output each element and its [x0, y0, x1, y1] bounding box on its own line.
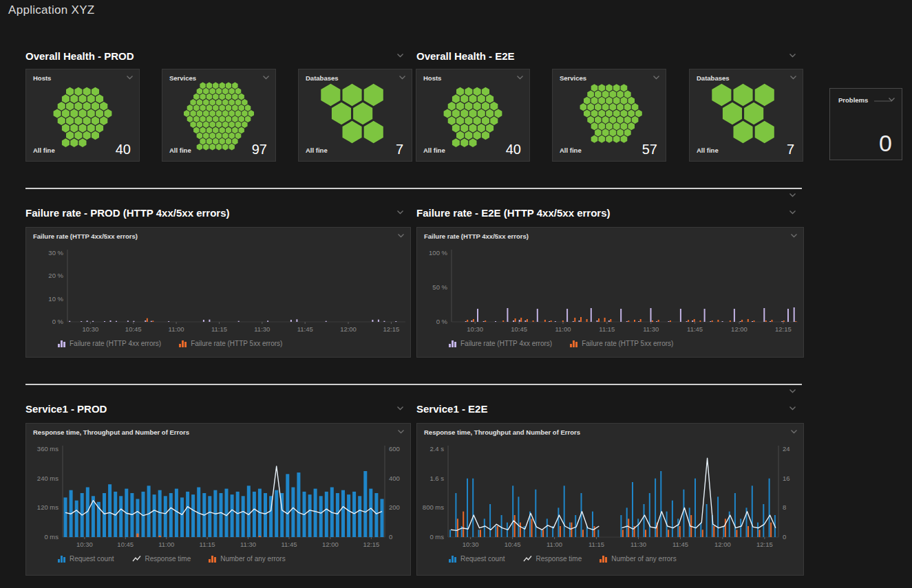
svg-text:11:30: 11:30 — [240, 541, 256, 548]
line-chart-icon — [132, 555, 142, 563]
legend-item[interactable]: Failure rate (HTTP 5xx errors) — [570, 340, 673, 347]
chart-legend: Request countResponse timeNumber of any … — [58, 555, 286, 563]
chart-legend: Failure rate (HTTP 4xx errors)Failure ra… — [58, 340, 282, 347]
svg-text:16: 16 — [783, 475, 790, 482]
svg-text:1.6 s: 1.6 s — [430, 475, 444, 482]
svg-text:10:30: 10:30 — [467, 325, 483, 333]
svg-text:24: 24 — [783, 445, 790, 453]
tile-hosts-prod[interactable]: Hosts All fine 40 — [25, 69, 140, 162]
svg-text:0 ms: 0 ms — [44, 533, 59, 541]
failure-rate-e2e-tile[interactable]: Failure rate (HTTP 4xx/5xx errors) 100 %… — [416, 227, 804, 358]
svg-text:11:00: 11:00 — [555, 325, 571, 333]
svg-text:11:00: 11:00 — [169, 325, 184, 333]
svg-text:100 %: 100 % — [429, 249, 447, 257]
svg-text:11:45: 11:45 — [297, 325, 313, 333]
status-label: All fine — [306, 146, 328, 154]
status-label: All fine — [560, 146, 582, 154]
legend-item[interactable]: Failure rate (HTTP 5xx errors) — [179, 340, 282, 347]
svg-text:0 %: 0 % — [436, 318, 448, 325]
chevron-down-icon[interactable] — [888, 97, 895, 102]
chevron-down-icon[interactable] — [789, 389, 796, 393]
legend-item[interactable]: Response time — [132, 555, 191, 563]
chart-legend: Failure rate (HTTP 4xx errors)Failure ra… — [449, 340, 673, 347]
svg-text:10:30: 10:30 — [82, 325, 98, 333]
entity-count: 40 — [506, 142, 521, 157]
tile-databases-e2e[interactable]: Databases All fine 7 — [689, 69, 803, 162]
bar-chart-icon — [449, 555, 457, 563]
svg-text:12:00: 12:00 — [731, 325, 747, 333]
svg-text:30 %: 30 % — [48, 249, 63, 257]
svg-text:0: 0 — [783, 533, 786, 541]
svg-text:11:00: 11:00 — [158, 541, 174, 548]
svg-text:11:15: 11:15 — [588, 541, 604, 548]
tile-hosts-e2e[interactable]: Hosts All fine 40 — [416, 69, 530, 162]
service1-e2e-tile[interactable]: Response time, Throughput and Number of … — [416, 423, 804, 576]
tile-services-e2e[interactable]: Services All fine 57 — [552, 69, 666, 162]
chevron-down-icon[interactable] — [789, 193, 796, 197]
svg-text:0 ms: 0 ms — [430, 533, 444, 541]
svg-text:20 %: 20 % — [48, 272, 63, 279]
section-title-failure-e2e: Failure rate - E2E (HTTP 4xx/5xx errors) — [416, 207, 611, 219]
legend-item[interactable]: Request count — [449, 555, 505, 563]
section-divider — [25, 384, 802, 385]
svg-text:11:00: 11:00 — [547, 541, 562, 548]
chevron-down-icon[interactable] — [396, 210, 404, 215]
problems-count: 0 — [879, 130, 892, 157]
svg-text:11:45: 11:45 — [687, 325, 703, 333]
failure-rate-e2e-chart[interactable]: 100 %50 %0 %10:3010:4511:0011:1511:3011:… — [417, 228, 803, 357]
svg-text:8: 8 — [783, 503, 786, 511]
service1-prod-chart[interactable]: 360 ms240 ms120 ms0 ms600400200010:3010:… — [26, 424, 410, 575]
bar-chart-icon — [449, 340, 457, 347]
svg-text:10:30: 10:30 — [463, 541, 479, 548]
legend-item[interactable]: Failure rate (HTTP 4xx errors) — [58, 340, 161, 347]
svg-text:12:00: 12:00 — [322, 541, 339, 548]
entity-count: 57 — [642, 142, 657, 157]
service1-prod-tile[interactable]: Response time, Throughput and Number of … — [25, 423, 411, 576]
section-title-service-prod: Service1 - PROD — [25, 403, 107, 415]
bar-chart-icon — [179, 340, 187, 347]
svg-text:12:00: 12:00 — [340, 325, 357, 333]
chevron-down-icon[interactable] — [396, 53, 404, 58]
bar-chart-icon — [209, 555, 217, 563]
section-title-service-e2e: Service1 - E2E — [416, 403, 487, 415]
tile-services-prod[interactable]: Services All fine 97 — [162, 69, 276, 162]
svg-text:0: 0 — [389, 533, 392, 541]
bar-chart-icon — [570, 340, 578, 347]
failure-rate-prod-tile[interactable]: Failure rate (HTTP 4xx/5xx errors) 30 %2… — [25, 227, 411, 358]
chevron-down-icon[interactable] — [789, 406, 796, 411]
svg-text:10:45: 10:45 — [511, 325, 527, 333]
legend-item[interactable]: Number of any errors — [209, 555, 285, 563]
page-title: Application XYZ — [8, 3, 94, 17]
svg-text:11:45: 11:45 — [281, 541, 297, 548]
legend-item[interactable]: Request count — [58, 555, 114, 563]
svg-text:11:30: 11:30 — [643, 325, 659, 333]
failure-rate-prod-chart[interactable]: 30 %20 %10 %0 %10:3010:4511:0011:1511:30… — [26, 228, 410, 357]
tile-databases-prod[interactable]: Databases All fine 7 — [298, 69, 412, 162]
chevron-down-icon[interactable] — [396, 406, 404, 411]
svg-text:10:30: 10:30 — [76, 541, 93, 548]
legend-item[interactable]: Response time — [523, 555, 582, 563]
legend-item[interactable]: Number of any errors — [600, 555, 676, 563]
entity-count: 40 — [116, 142, 131, 157]
bar-chart-icon — [58, 555, 66, 563]
entity-count: 7 — [396, 142, 403, 157]
svg-text:10 %: 10 % — [48, 295, 63, 303]
section-title-health-e2e: Overall Health - E2E — [416, 50, 515, 62]
chevron-down-icon[interactable] — [789, 210, 796, 215]
svg-text:12:00: 12:00 — [714, 541, 731, 548]
service1-e2e-chart[interactable]: 2.4 s1.6 s800 ms0 ms24168010:3010:4511:0… — [417, 424, 803, 575]
chevron-down-icon[interactable] — [789, 53, 796, 58]
svg-text:0 %: 0 % — [52, 318, 64, 325]
svg-text:360 ms: 360 ms — [37, 445, 59, 453]
dashboard: Application XYZ Overall Health - PROD Ov… — [0, 0, 912, 588]
bar-chart-icon — [58, 340, 66, 347]
status-label: All fine — [169, 146, 191, 154]
chart-legend: Request countResponse timeNumber of any … — [449, 555, 677, 563]
svg-text:11:30: 11:30 — [630, 541, 646, 548]
status-label: All fine — [33, 146, 55, 154]
svg-text:11:15: 11:15 — [200, 541, 215, 548]
svg-text:2.4 s: 2.4 s — [430, 445, 444, 453]
legend-item[interactable]: Failure rate (HTTP 4xx errors) — [449, 340, 552, 347]
svg-text:10:45: 10:45 — [117, 541, 134, 548]
tile-problems[interactable]: Problems 0 — [829, 88, 902, 160]
